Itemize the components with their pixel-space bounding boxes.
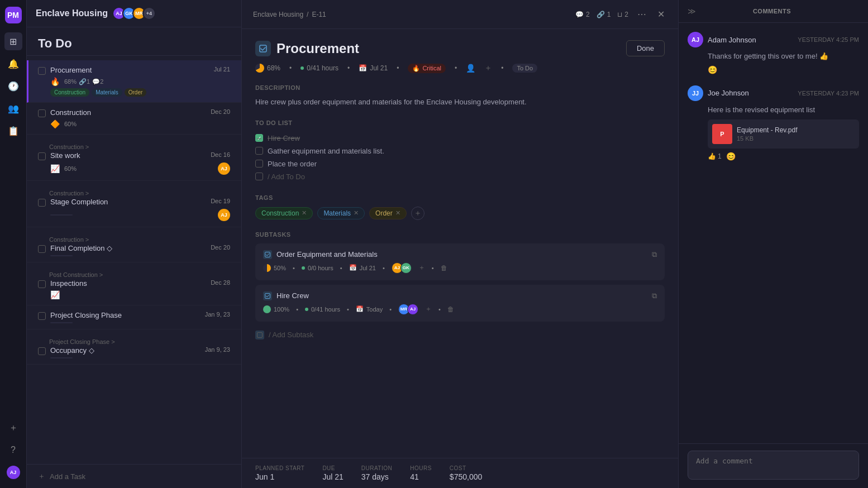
tags-label: TAGS <box>255 194 665 201</box>
assignee-icon: 👤 <box>466 64 475 73</box>
task-checkbox-occupancy[interactable] <box>38 347 46 355</box>
task-item-final-completion[interactable]: Construction > Final Completion ◇ Dec 20 <box>27 227 241 262</box>
meta-date: 📅 Jul 21 <box>359 64 388 72</box>
task-date-site-work: Dec 16 <box>211 151 230 158</box>
todo-checkbox-3[interactable] <box>255 160 263 168</box>
done-button[interactable]: Done <box>626 40 665 56</box>
task-checkbox-site-work[interactable] <box>38 152 46 160</box>
emoji-react-icon-1[interactable]: 😊 <box>708 65 717 74</box>
subtask-external-link-1[interactable]: ⧉ <box>652 250 657 259</box>
nav-bell-icon[interactable]: 🔔 <box>4 55 22 73</box>
section-label-post-construction: Post Construction > <box>38 268 230 279</box>
task-detail-panel: Enclave Housing / E-11 💬 2 🔗 1 ⊔ 2 ⋯ ✕ <box>242 0 678 488</box>
task-item-inspections[interactable]: Post Construction > Inspections Dec 28 📈 <box>27 262 241 305</box>
nav-help-icon[interactable]: ? <box>4 441 22 459</box>
comment-input-area <box>679 443 868 488</box>
task-item-occupancy[interactable]: Project Closing Phase > Occupancy ◇ Jan … <box>27 329 241 365</box>
hours-dot <box>301 66 304 70</box>
task-checkbox-final-completion[interactable] <box>38 245 46 253</box>
subtask-add-assignee-1[interactable]: ＋ <box>418 263 425 272</box>
priority-badge: 🔥 Critical <box>408 64 446 73</box>
nav-home-icon[interactable]: ⊞ <box>4 32 22 50</box>
subtask-delete-1[interactable]: 🗑 <box>441 264 447 272</box>
task-panel-title: To Do <box>38 36 230 51</box>
todo-text-1: Hire Crew <box>268 134 300 142</box>
subtask-item-2: Hire Crew ⧉ 100% • 0/41 hours <box>255 285 665 322</box>
nav-profile-icon[interactable]: AJ <box>4 463 22 481</box>
tag-remove-construction[interactable]: ✕ <box>302 209 307 217</box>
tag-remove-order[interactable]: ✕ <box>395 209 400 217</box>
sub-icon: ⊔ <box>617 11 622 18</box>
progress-circle <box>255 64 264 73</box>
detail-body: Procurement Done 68% • 0/41 hours • 📅 Ju… <box>242 29 678 458</box>
tag-badge-construction: Construction ✕ <box>255 207 313 219</box>
avatar-extra-count: +4 <box>142 7 156 20</box>
add-todo-icon <box>255 173 263 180</box>
todo-item-2: Gather equipment and materials list. <box>255 145 665 157</box>
svg-rect-3 <box>257 332 263 337</box>
comment-time-1: YESTERDAY 4:25 PM <box>798 36 859 43</box>
add-assignee[interactable]: ＋ <box>484 63 492 73</box>
task-item-procurement[interactable]: Procurement Jul 21 🔥 68% 🔗1 💬2 Construct… <box>27 60 241 103</box>
subtask-delete-2[interactable]: 🗑 <box>447 305 454 313</box>
breadcrumb-separator: / <box>307 11 308 18</box>
thumbsup-reaction[interactable]: 👍 1 <box>708 152 722 160</box>
task-checkbox-stage-completion[interactable] <box>38 199 46 207</box>
detail-more-button[interactable]: ⋯ <box>635 7 648 22</box>
calendar-icon: 📅 <box>359 64 367 72</box>
add-subtask-icon <box>255 331 264 339</box>
add-tag-button[interactable]: ＋ <box>411 207 425 220</box>
tag-badge-materials: Materials ✕ <box>317 207 365 219</box>
subtask-add-assignee-2[interactable]: ＋ <box>425 304 432 314</box>
detail-meta-row: 68% • 0/41 hours • 📅 Jul 21 • 🔥 Critical… <box>255 63 665 73</box>
link-count: 🔗 1 <box>597 11 611 18</box>
task-item-stage-completion[interactable]: Construction > Stage Completion Dec 19 A… <box>27 181 241 227</box>
subtasks-label: SUBTASKS <box>255 231 665 238</box>
todo-list-label: TO DO LIST <box>255 119 665 126</box>
task-checkbox-construction[interactable] <box>38 109 46 117</box>
subtask-external-link-2[interactable]: ⧉ <box>652 291 657 300</box>
nav-clock-icon[interactable]: 🕐 <box>4 77 22 95</box>
app-logo[interactable]: PM <box>5 7 22 23</box>
comments-list: AJ Adam Johnson YESTERDAY 4:25 PM Thanks… <box>679 23 868 443</box>
nav-add-icon[interactable]: ＋ <box>4 419 22 437</box>
progress-bar-final <box>50 255 73 256</box>
add-todo-button[interactable]: / Add To Do <box>255 170 665 183</box>
todo-checkbox-2[interactable] <box>255 147 263 155</box>
tag-remove-materials[interactable]: ✕ <box>354 209 359 217</box>
task-avatar-stage: AJ <box>218 209 230 221</box>
section-label-construction: Construction > <box>38 140 230 151</box>
task-checkbox-procurement[interactable] <box>38 67 46 75</box>
task-date-construction: Dec 20 <box>211 108 230 115</box>
todo-checkbox-1[interactable]: ✓ <box>255 134 263 142</box>
task-checkbox-project-closing[interactable] <box>38 312 46 320</box>
breadcrumb-project[interactable]: Enclave Housing <box>253 11 303 18</box>
task-avatar-site-work: AJ <box>218 162 230 175</box>
link-icon: 🔗 <box>597 11 605 18</box>
meta-hours: 0/41 hours <box>301 64 338 72</box>
tags-row: Construction ✕ Materials ✕ Order ✕ ＋ <box>255 207 665 220</box>
footer-planned-start: PLANNED START Jun 1 <box>255 465 304 481</box>
add-task-button[interactable]: ＋ Add a Task <box>27 464 241 488</box>
nav-docs-icon[interactable]: 📋 <box>4 122 22 140</box>
detail-close-button[interactable]: ✕ <box>655 7 667 22</box>
description-text: Hire crew plus order equipment and mater… <box>255 97 665 108</box>
emoji-react-icon-2[interactable]: 😊 <box>726 152 736 161</box>
comment-avatar-2: JJ <box>688 85 703 101</box>
task-checkbox-inspections[interactable] <box>38 280 46 288</box>
comment-input[interactable] <box>688 451 859 480</box>
comment-item-1: AJ Adam Johnson YESTERDAY 4:25 PM Thanks… <box>688 32 859 74</box>
task-date-stage-completion: Dec 19 <box>211 198 230 204</box>
task-item-construction[interactable]: Construction Dec 20 🔶 60% <box>27 103 241 135</box>
todo-text-2: Gather equipment and materials list. <box>268 147 384 155</box>
add-subtask-button[interactable]: / Add Subtask <box>255 326 665 344</box>
task-item-project-closing[interactable]: Project Closing Phase Jan 9, 23 <box>27 305 241 329</box>
comment-time-2: YESTERDAY 4:23 PM <box>798 90 859 97</box>
nav-team-icon[interactable]: 👥 <box>4 99 22 117</box>
progress-bar-stage <box>50 214 73 216</box>
task-item-site-work[interactable]: Construction > Site work Dec 16 📈 60% AJ <box>27 135 241 181</box>
comments-collapse-button[interactable]: ≫ <box>688 7 696 16</box>
comment-text-1: Thanks for getting this over to me! 👍 <box>708 51 859 62</box>
breadcrumb-task-id: E-11 <box>312 11 326 18</box>
subtask-avatars-2: MR AJ <box>398 304 418 315</box>
